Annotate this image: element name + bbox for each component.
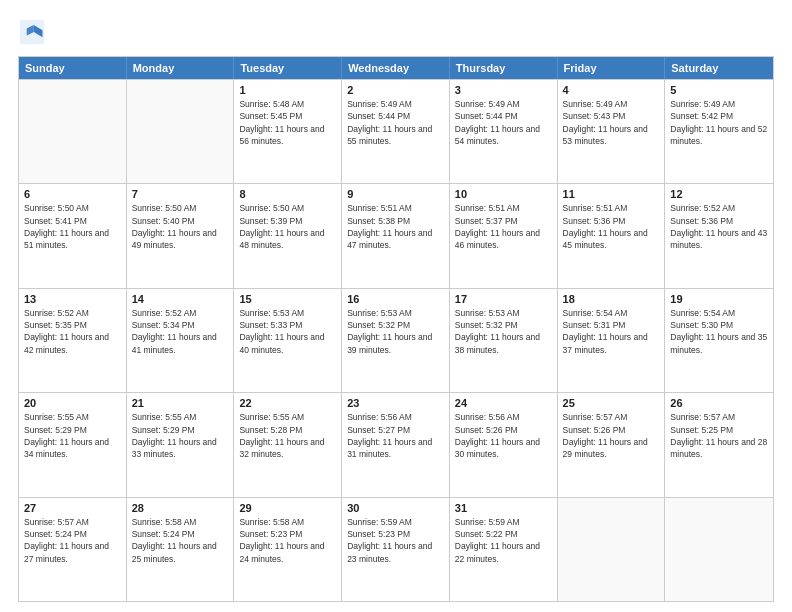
daylight: Daylight: 11 hours and 22 minutes.	[455, 541, 540, 563]
sun-info: Sunrise: 5:54 AM Sunset: 5:30 PM Dayligh…	[670, 307, 768, 356]
calendar-cell	[19, 80, 127, 183]
sunset: Sunset: 5:24 PM	[24, 529, 87, 539]
calendar-cell: 18 Sunrise: 5:54 AM Sunset: 5:31 PM Dayl…	[558, 289, 666, 392]
sunrise: Sunrise: 5:54 AM	[563, 308, 628, 318]
sun-info: Sunrise: 5:52 AM Sunset: 5:36 PM Dayligh…	[670, 202, 768, 251]
sunrise: Sunrise: 5:50 AM	[24, 203, 89, 213]
calendar-cell: 19 Sunrise: 5:54 AM Sunset: 5:30 PM Dayl…	[665, 289, 773, 392]
sunrise: Sunrise: 5:59 AM	[455, 517, 520, 527]
day-number: 1	[239, 84, 336, 96]
sunrise: Sunrise: 5:49 AM	[670, 99, 735, 109]
sunrise: Sunrise: 5:58 AM	[132, 517, 197, 527]
sun-info: Sunrise: 5:50 AM Sunset: 5:39 PM Dayligh…	[239, 202, 336, 251]
sun-info: Sunrise: 5:50 AM Sunset: 5:41 PM Dayligh…	[24, 202, 121, 251]
sunset: Sunset: 5:26 PM	[455, 425, 518, 435]
sunrise: Sunrise: 5:57 AM	[670, 412, 735, 422]
calendar-body: 1 Sunrise: 5:48 AM Sunset: 5:45 PM Dayli…	[19, 79, 773, 601]
sunset: Sunset: 5:44 PM	[455, 111, 518, 121]
calendar-cell: 12 Sunrise: 5:52 AM Sunset: 5:36 PM Dayl…	[665, 184, 773, 287]
sun-info: Sunrise: 5:53 AM Sunset: 5:33 PM Dayligh…	[239, 307, 336, 356]
sun-info: Sunrise: 5:56 AM Sunset: 5:26 PM Dayligh…	[455, 411, 552, 460]
sunset: Sunset: 5:43 PM	[563, 111, 626, 121]
sunrise: Sunrise: 5:57 AM	[563, 412, 628, 422]
day-number: 22	[239, 397, 336, 409]
calendar-cell: 2 Sunrise: 5:49 AM Sunset: 5:44 PM Dayli…	[342, 80, 450, 183]
day-number: 31	[455, 502, 552, 514]
sun-info: Sunrise: 5:49 AM Sunset: 5:44 PM Dayligh…	[455, 98, 552, 147]
day-number: 7	[132, 188, 229, 200]
sunset: Sunset: 5:27 PM	[347, 425, 410, 435]
day-number: 16	[347, 293, 444, 305]
sunrise: Sunrise: 5:50 AM	[132, 203, 197, 213]
calendar-row: 6 Sunrise: 5:50 AM Sunset: 5:41 PM Dayli…	[19, 183, 773, 287]
sun-info: Sunrise: 5:49 AM Sunset: 5:43 PM Dayligh…	[563, 98, 660, 147]
weekday-header: Thursday	[450, 57, 558, 79]
calendar-cell: 24 Sunrise: 5:56 AM Sunset: 5:26 PM Dayl…	[450, 393, 558, 496]
sunset: Sunset: 5:32 PM	[347, 320, 410, 330]
sun-info: Sunrise: 5:57 AM Sunset: 5:26 PM Dayligh…	[563, 411, 660, 460]
daylight: Daylight: 11 hours and 39 minutes.	[347, 332, 432, 354]
sun-info: Sunrise: 5:55 AM Sunset: 5:29 PM Dayligh…	[132, 411, 229, 460]
day-number: 4	[563, 84, 660, 96]
sun-info: Sunrise: 5:51 AM Sunset: 5:38 PM Dayligh…	[347, 202, 444, 251]
sunrise: Sunrise: 5:49 AM	[563, 99, 628, 109]
sunset: Sunset: 5:45 PM	[239, 111, 302, 121]
sunset: Sunset: 5:29 PM	[132, 425, 195, 435]
sun-info: Sunrise: 5:54 AM Sunset: 5:31 PM Dayligh…	[563, 307, 660, 356]
calendar-cell	[665, 498, 773, 601]
calendar-cell: 26 Sunrise: 5:57 AM Sunset: 5:25 PM Dayl…	[665, 393, 773, 496]
sunset: Sunset: 5:32 PM	[455, 320, 518, 330]
day-number: 20	[24, 397, 121, 409]
day-number: 2	[347, 84, 444, 96]
sunset: Sunset: 5:41 PM	[24, 216, 87, 226]
calendar-cell: 20 Sunrise: 5:55 AM Sunset: 5:29 PM Dayl…	[19, 393, 127, 496]
calendar-cell: 29 Sunrise: 5:58 AM Sunset: 5:23 PM Dayl…	[234, 498, 342, 601]
sun-info: Sunrise: 5:55 AM Sunset: 5:28 PM Dayligh…	[239, 411, 336, 460]
daylight: Daylight: 11 hours and 29 minutes.	[563, 437, 648, 459]
calendar-cell: 17 Sunrise: 5:53 AM Sunset: 5:32 PM Dayl…	[450, 289, 558, 392]
sun-info: Sunrise: 5:49 AM Sunset: 5:42 PM Dayligh…	[670, 98, 768, 147]
sunset: Sunset: 5:31 PM	[563, 320, 626, 330]
daylight: Daylight: 11 hours and 37 minutes.	[563, 332, 648, 354]
sunrise: Sunrise: 5:49 AM	[455, 99, 520, 109]
calendar-cell: 16 Sunrise: 5:53 AM Sunset: 5:32 PM Dayl…	[342, 289, 450, 392]
daylight: Daylight: 11 hours and 27 minutes.	[24, 541, 109, 563]
calendar-cell: 27 Sunrise: 5:57 AM Sunset: 5:24 PM Dayl…	[19, 498, 127, 601]
sunset: Sunset: 5:22 PM	[455, 529, 518, 539]
daylight: Daylight: 11 hours and 24 minutes.	[239, 541, 324, 563]
sunrise: Sunrise: 5:49 AM	[347, 99, 412, 109]
daylight: Daylight: 11 hours and 52 minutes.	[670, 124, 767, 146]
weekday-header: Tuesday	[234, 57, 342, 79]
sunrise: Sunrise: 5:52 AM	[24, 308, 89, 318]
sunrise: Sunrise: 5:54 AM	[670, 308, 735, 318]
daylight: Daylight: 11 hours and 25 minutes.	[132, 541, 217, 563]
daylight: Daylight: 11 hours and 56 minutes.	[239, 124, 324, 146]
sunrise: Sunrise: 5:55 AM	[239, 412, 304, 422]
day-number: 13	[24, 293, 121, 305]
calendar-cell: 31 Sunrise: 5:59 AM Sunset: 5:22 PM Dayl…	[450, 498, 558, 601]
logo	[18, 18, 50, 46]
day-number: 14	[132, 293, 229, 305]
calendar-cell: 30 Sunrise: 5:59 AM Sunset: 5:23 PM Dayl…	[342, 498, 450, 601]
daylight: Daylight: 11 hours and 35 minutes.	[670, 332, 767, 354]
day-number: 23	[347, 397, 444, 409]
page: SundayMondayTuesdayWednesdayThursdayFrid…	[0, 0, 792, 612]
calendar-cell: 10 Sunrise: 5:51 AM Sunset: 5:37 PM Dayl…	[450, 184, 558, 287]
daylight: Daylight: 11 hours and 33 minutes.	[132, 437, 217, 459]
sun-info: Sunrise: 5:58 AM Sunset: 5:23 PM Dayligh…	[239, 516, 336, 565]
sunset: Sunset: 5:29 PM	[24, 425, 87, 435]
day-number: 3	[455, 84, 552, 96]
day-number: 26	[670, 397, 768, 409]
sun-info: Sunrise: 5:59 AM Sunset: 5:23 PM Dayligh…	[347, 516, 444, 565]
weekday-header: Friday	[558, 57, 666, 79]
sun-info: Sunrise: 5:57 AM Sunset: 5:24 PM Dayligh…	[24, 516, 121, 565]
header	[18, 18, 774, 46]
calendar-cell	[127, 80, 235, 183]
calendar-row: 1 Sunrise: 5:48 AM Sunset: 5:45 PM Dayli…	[19, 79, 773, 183]
sun-info: Sunrise: 5:49 AM Sunset: 5:44 PM Dayligh…	[347, 98, 444, 147]
day-number: 30	[347, 502, 444, 514]
sunrise: Sunrise: 5:53 AM	[239, 308, 304, 318]
daylight: Daylight: 11 hours and 55 minutes.	[347, 124, 432, 146]
sun-info: Sunrise: 5:52 AM Sunset: 5:34 PM Dayligh…	[132, 307, 229, 356]
day-number: 27	[24, 502, 121, 514]
